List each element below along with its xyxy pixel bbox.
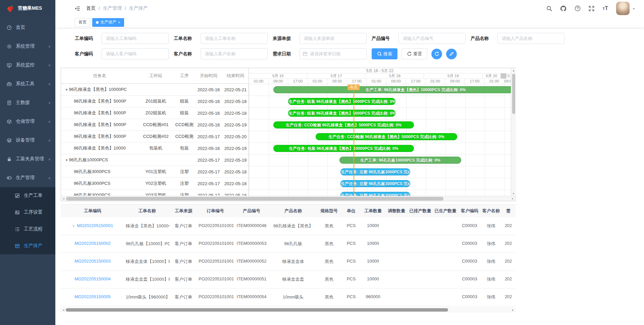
app-title: 苦糖果MES [18, 5, 42, 11]
app-logo[interactable]: 苦糖果MES [0, 0, 55, 17]
input-来源单据[interactable] [300, 33, 367, 44]
gantt-task-start: 2022-05-17 [195, 193, 222, 196]
input-工单编码[interactable] [102, 33, 169, 44]
sidebar-item-工艺流程[interactable]: 工艺流程 [0, 221, 55, 237]
breadcrumb-item[interactable]: 生产排产 [129, 5, 148, 11]
sync-icon [434, 51, 439, 56]
chevron-down-icon: ∨ [48, 120, 51, 123]
input-工单名称[interactable] [201, 33, 268, 44]
gantt-horizontal-scrollbar[interactable]: ◂ ▸ [61, 196, 515, 201]
font-size-icon[interactable]: TT [602, 5, 608, 11]
gantt-range-label: 5月 16 - 5月 22 [249, 68, 511, 73]
image-icon [15, 210, 20, 215]
sidebar-item-生产管理[interactable]: 生产管理∧ [0, 168, 55, 187]
sidebar-item-系统工具[interactable]: 系统工具∨ [0, 74, 55, 93]
row-expand-icon[interactable]: ∨ [72, 223, 75, 228]
today-marker-line [354, 84, 354, 196]
gantt-workorder-bar[interactable]: 生产工单: 96孔孔板10000PCS 完成比例: 0% [339, 157, 461, 164]
sidebar-item-系统监控[interactable]: 系统监控∨ [0, 56, 55, 74]
gantt-task-name: 96孔移液盒【黑色】5000P [61, 98, 138, 104]
gantt-task-bar[interactable]: 生产任务: 注塑 96孔孔板3000PCS 完成 [340, 180, 410, 187]
scroll-up-icon[interactable]: ▴ [513, 68, 515, 73]
search-button[interactable]: 搜索 [372, 48, 397, 59]
avatar[interactable] [616, 2, 630, 15]
gantt-bar-row: 生产任务: 组装 96孔移液盒【黑色】5000PCS 完成比例: 0% [249, 96, 511, 108]
orders-cell: 黑色 [317, 271, 341, 288]
gantt-task-bar[interactable]: 生产任务: 包装 96孔移液盒【黑色】10000PCS 完成比例: 0% [273, 145, 414, 152]
gantt-panel: 任务名工作站工序开始时间结束时间 ▾96孔移液盒【黑色】10000PC2022-… [61, 68, 516, 201]
fullscreen-icon[interactable] [589, 6, 594, 11]
gantt-task-bar[interactable]: 生产任务: 注塑 96孔孔板3000PCS 完成 [340, 168, 410, 175]
horizontal-scroll-thumb[interactable] [66, 197, 443, 201]
sidebar-item-系统管理[interactable]: 系统管理∨ [0, 37, 55, 56]
filter-field-来源单据: 来源单据 [273, 33, 367, 44]
tab-首页[interactable]: 首页 [75, 18, 90, 27]
workorder-code-link[interactable]: MO202205150005 [74, 294, 111, 299]
edit-button[interactable] [446, 49, 457, 59]
gantt-task-start: 2022-05-16 [195, 87, 222, 92]
orders-cell [408, 235, 433, 253]
orders-cell [433, 271, 458, 288]
scroll-right-icon[interactable]: ▸ [511, 308, 515, 312]
sidebar-item-生产排产[interactable]: 生产排产 [0, 237, 55, 254]
sidebar-item-设备管理[interactable]: 设备管理∨ [0, 131, 55, 150]
gantt-vertical-scrollbar[interactable]: ▴ ▾ [511, 68, 516, 196]
vertical-scroll-thumb[interactable] [512, 74, 515, 114]
gantt-task-bar[interactable]: 生产任务: 组装 96孔移液盒【黑色】5000PCS 完成比例: 0% [288, 98, 395, 105]
sidebar-item-工序设置[interactable]: 工序设置 [0, 204, 55, 221]
sidebar-menu: 首页系统管理∨系统监控∨系统工具∨主数据∨仓储管理∨设备管理∨工装夹具管理∨生产… [0, 17, 55, 254]
chevron-down-icon[interactable]: ▾ [633, 7, 635, 10]
horizontal-scroll-thumb[interactable] [66, 308, 448, 312]
search-icon [377, 51, 382, 56]
workorder-code-link[interactable]: MO202205150002 [74, 241, 111, 246]
workorder-code-link[interactable]: MO202205150001 [77, 223, 113, 228]
workorder-code-link[interactable]: MO202205150004 [74, 276, 111, 281]
tab-close-icon[interactable]: × [118, 20, 120, 25]
breadcrumb-item[interactable]: 首页 [86, 5, 96, 11]
input-客户名称[interactable] [201, 48, 268, 59]
sidebar-item-首页[interactable]: 首页 [0, 18, 55, 37]
gantt-task-bar[interactable]: 生产任务: 注塑 96孔孔板3000PCS 完成 [340, 192, 410, 196]
orders-cell: MO202205150003 [61, 253, 124, 270]
orders-cell [385, 217, 408, 235]
orders-cell: PCS [341, 235, 361, 253]
gantt-task-bar[interactable]: 生产任务: 组装 96孔移液盒【黑色】5000PCS 完成比例: 0% [288, 110, 395, 117]
sidebar-item-仓储管理[interactable]: 仓储管理∨ [0, 112, 55, 131]
input-客户编码[interactable] [102, 48, 169, 59]
sidebar-item-主数据[interactable]: 主数据∨ [0, 93, 55, 112]
scroll-left-icon[interactable]: ◂ [61, 308, 66, 312]
sidebar-collapse-icon[interactable] [75, 6, 80, 11]
sync-button[interactable] [431, 49, 442, 59]
tab-生产排产[interactable]: 生产排产× [92, 18, 124, 27]
scroll-down-icon[interactable]: ▾ [513, 191, 515, 196]
tree-expand-icon[interactable]: ▾ [66, 88, 68, 92]
sidebar-item-生产工单[interactable]: 生产工单 [0, 187, 55, 204]
gantt-task-bar[interactable]: 生产任务: CCD检测 96孔移液盒【黑色】5000PCS 完成比例: 0% [316, 133, 457, 140]
orders-cell: 客户订单 [170, 271, 197, 288]
scroll-left-icon[interactable]: ◂ [61, 197, 66, 200]
tree-expand-icon[interactable]: ▾ [66, 158, 68, 162]
gantt-task-bar[interactable]: 生产任务: CCD检测 96孔移液盒【黑色】5000PCS 完成比例: 0% [273, 121, 414, 128]
workorder-code-link[interactable]: MO202205150003 [74, 259, 111, 264]
filter-field-客户编码: 客户编码 [75, 48, 169, 59]
reset-button[interactable]: 重置 [401, 48, 427, 59]
orders-horizontal-scrollbar[interactable]: ◂ ▸ [61, 308, 516, 312]
gantt-task-workstation: Z01组装机 [138, 98, 173, 104]
gantt-task-row: ▾96孔移液盒【黑色】10000PC2022-05-162022-05-21 [61, 84, 249, 96]
timeline-hour-cell: 09:00 [445, 79, 465, 84]
scroll-track [66, 197, 510, 201]
help-icon[interactable] [575, 5, 581, 11]
orders-cell: PO202205101001 [197, 253, 233, 270]
edit-icon [15, 193, 20, 198]
orders-column-订单编号: 订单编号 [197, 205, 233, 217]
gantt-workorder-bar[interactable]: 生产工单: 96孔移液盒【黑色】10000PCS 完成比例: 0% [273, 86, 511, 93]
input-产品名称[interactable] [497, 33, 565, 44]
search-icon[interactable] [546, 6, 552, 11]
scroll-right-icon[interactable]: ▸ [510, 197, 515, 200]
breadcrumb-item[interactable]: 生产管理 [103, 5, 122, 11]
github-icon[interactable] [560, 5, 567, 12]
input-需求日期[interactable] [300, 48, 367, 59]
grid-icon [15, 243, 20, 249]
input-产品编号[interactable] [398, 33, 466, 44]
sidebar-item-工装夹具管理[interactable]: 工装夹具管理∨ [0, 150, 55, 168]
